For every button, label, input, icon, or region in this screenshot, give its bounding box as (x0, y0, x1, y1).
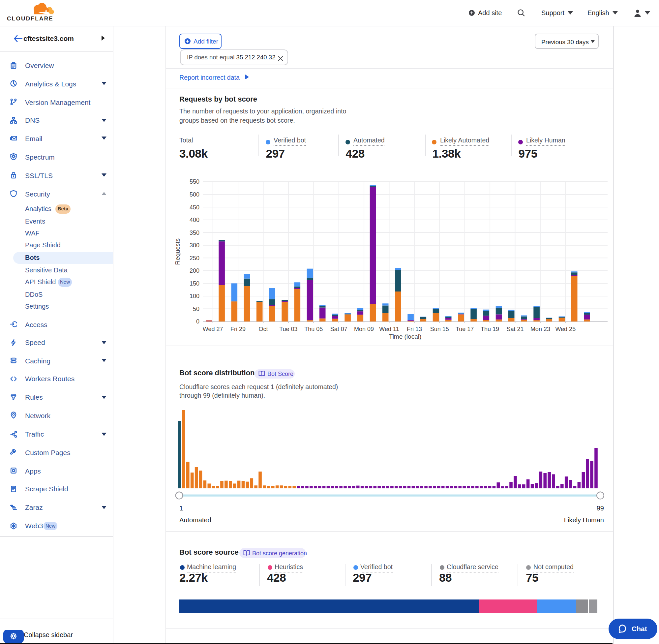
svg-text:200: 200 (190, 268, 199, 274)
svg-text:Wed 11: Wed 11 (379, 326, 399, 332)
svg-text:Fri 13: Fri 13 (407, 326, 422, 332)
svg-text:300: 300 (190, 242, 199, 249)
svg-text:Sun 15: Sun 15 (430, 326, 449, 332)
svg-text:Thu 05: Thu 05 (304, 326, 323, 332)
svg-text:550: 550 (190, 178, 199, 185)
svg-text:Sat 07: Sat 07 (330, 326, 348, 332)
svg-text:0: 0 (196, 318, 199, 325)
svg-text:Mon 09: Mon 09 (354, 326, 374, 332)
svg-text:Thu 19: Thu 19 (481, 326, 499, 332)
svg-text:Mon 23: Mon 23 (531, 326, 550, 332)
svg-text:Requests: Requests (174, 238, 181, 265)
svg-text:Sat 21: Sat 21 (507, 326, 523, 332)
svg-text:Tue 17: Tue 17 (455, 326, 474, 332)
svg-text:Oct: Oct (258, 326, 268, 332)
svg-text:Tue 03: Tue 03 (279, 326, 297, 332)
svg-text:100: 100 (190, 293, 199, 299)
svg-text:400: 400 (190, 217, 199, 223)
svg-text:250: 250 (190, 255, 199, 261)
svg-text:500: 500 (190, 191, 199, 198)
svg-text:Time (local): Time (local) (389, 333, 422, 340)
svg-text:450: 450 (190, 204, 199, 211)
svg-text:Fri 29: Fri 29 (231, 326, 245, 332)
svg-text:150: 150 (190, 280, 199, 287)
svg-text:Wed 25: Wed 25 (555, 326, 575, 332)
svg-text:350: 350 (190, 230, 199, 236)
svg-text:Wed 27: Wed 27 (203, 326, 223, 332)
svg-text:50: 50 (193, 306, 199, 312)
